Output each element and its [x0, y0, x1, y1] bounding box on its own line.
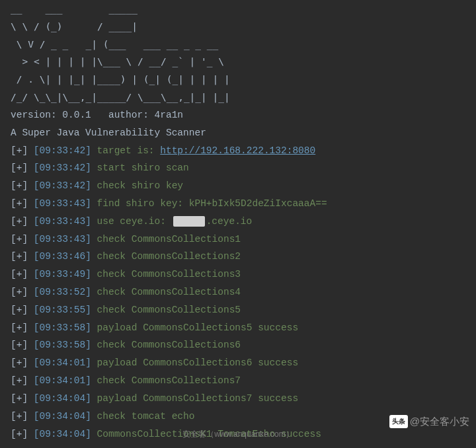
log-message: check CommonsCollections3 — [97, 269, 241, 280]
log-message: check CommonsCollections5 — [97, 305, 241, 315]
log-prefix: [+] — [11, 180, 34, 191]
log-line: [+] [09:33:58] check CommonsCollections6 — [11, 336, 465, 354]
log-timestamp: [09:33:43] — [34, 216, 97, 227]
log-prefix: [+] — [11, 393, 34, 404]
log-prefix: [+] — [11, 269, 34, 280]
ascii-banner: __ ___ _____ \ \ / (_) / ____| \ V / _ _… — [11, 0, 465, 106]
log-line: [+] [09:33:42] check shiro key — [11, 177, 465, 195]
log-timestamp: [09:33:42] — [34, 145, 97, 156]
log-line: [+] [09:33:43] use ceye.io: .ceye.io — [11, 213, 465, 231]
log-message: check CommonsCollections1 — [97, 234, 241, 244]
log-message: .ceye.io — [206, 216, 253, 227]
log-line: [+] [09:33:42] start shiro scan — [11, 159, 465, 177]
log-timestamp: [09:33:43] — [34, 234, 97, 244]
log-line: [+] [09:34:04] payload CommonsCollection… — [11, 390, 465, 408]
log-line: [+] [09:34:01] payload CommonsCollection… — [11, 354, 465, 372]
log-line: [+] [09:34:04] CommonsCollectionsK1 Tomc… — [11, 426, 465, 443]
log-message: check CommonsCollections4 — [97, 287, 241, 297]
log-line: [+] [09:33:46] check CommonsCollections2 — [11, 248, 465, 266]
log-timestamp: [09:33:55] — [34, 305, 97, 315]
log-line: [+] [09:33:43] find shiro key: kPH+bIxk5… — [11, 195, 465, 213]
log-prefix: [+] — [11, 411, 34, 422]
log-timestamp: [09:33:42] — [34, 163, 97, 173]
redacted-text — [173, 216, 205, 227]
log-message: check CommonsCollections2 — [97, 251, 241, 262]
log-timestamp: [09:33:46] — [34, 251, 97, 262]
log-message: payload CommonsCollections6 success — [97, 357, 299, 368]
log-line: [+] [09:33:55] check CommonsCollections5 — [11, 301, 465, 319]
log-output: [+] [09:33:42] target is: http://192.168… — [11, 142, 465, 443]
log-message: check tomcat echo — [97, 411, 195, 422]
log-message: payload CommonsCollections5 success — [97, 322, 299, 333]
log-prefix: [+] — [11, 305, 34, 315]
subtitle-line: A Super Java Vulnerability Scanner — [11, 124, 465, 142]
log-prefix: [+] — [11, 234, 34, 244]
log-timestamp: [09:34:01] — [34, 375, 97, 386]
log-message: payload CommonsCollections7 success — [97, 393, 299, 404]
log-prefix: [+] — [11, 198, 34, 209]
log-timestamp: [09:34:04] — [34, 429, 97, 439]
log-message: start shiro scan — [97, 163, 189, 173]
log-line: [+] [09:33:52] check CommonsCollections4 — [11, 283, 465, 301]
target-url-link[interactable]: http://192.168.222.132:8080 — [160, 145, 315, 156]
log-message: find shiro key: kPH+bIxk5D2deZiIxcaaaA== — [97, 198, 327, 209]
log-prefix: [+] — [11, 287, 34, 297]
log-timestamp: [09:33:58] — [34, 322, 97, 333]
log-prefix: [+] — [11, 216, 34, 227]
log-message: CommonsCollectionsK1 TomcatEcho success — [97, 429, 321, 439]
log-timestamp: [09:33:43] — [34, 198, 97, 209]
log-prefix: [+] — [11, 375, 34, 386]
log-message: use ceye.io: — [97, 216, 172, 227]
log-line: [+] [09:33:43] check CommonsCollections1 — [11, 231, 465, 248]
log-timestamp: [09:33:58] — [34, 340, 97, 350]
log-line: [+] [09:34:01] check CommonsCollections7 — [11, 372, 465, 390]
log-timestamp: [09:33:49] — [34, 269, 97, 280]
log-message: target is: — [97, 145, 161, 156]
log-prefix: [+] — [11, 340, 34, 350]
log-line: [+] [09:33:42] target is: http://192.168… — [11, 142, 465, 160]
log-timestamp: [09:33:52] — [34, 287, 97, 297]
log-prefix: [+] — [11, 163, 34, 173]
log-line: [+] [09:33:49] check CommonsCollections3 — [11, 266, 465, 283]
log-timestamp: [09:34:04] — [34, 393, 97, 404]
log-prefix: [+] — [11, 357, 34, 368]
log-message: check CommonsCollections7 — [97, 375, 241, 386]
log-timestamp: [09:34:01] — [34, 357, 97, 368]
log-prefix: [+] — [11, 251, 34, 262]
log-line: [+] [09:34:04] check tomcat echo — [11, 408, 465, 426]
log-prefix: [+] — [11, 322, 34, 333]
log-message: check shiro key — [97, 180, 184, 191]
log-timestamp: [09:34:04] — [34, 411, 97, 422]
log-prefix: [+] — [11, 429, 34, 439]
log-prefix: [+] — [11, 145, 34, 156]
log-timestamp: [09:33:42] — [34, 180, 97, 191]
log-line: [+] [09:33:58] payload CommonsCollection… — [11, 319, 465, 337]
version-line: version: 0.0.1 author: 4ra1n — [11, 106, 465, 124]
log-message: check CommonsCollections6 — [97, 340, 241, 350]
